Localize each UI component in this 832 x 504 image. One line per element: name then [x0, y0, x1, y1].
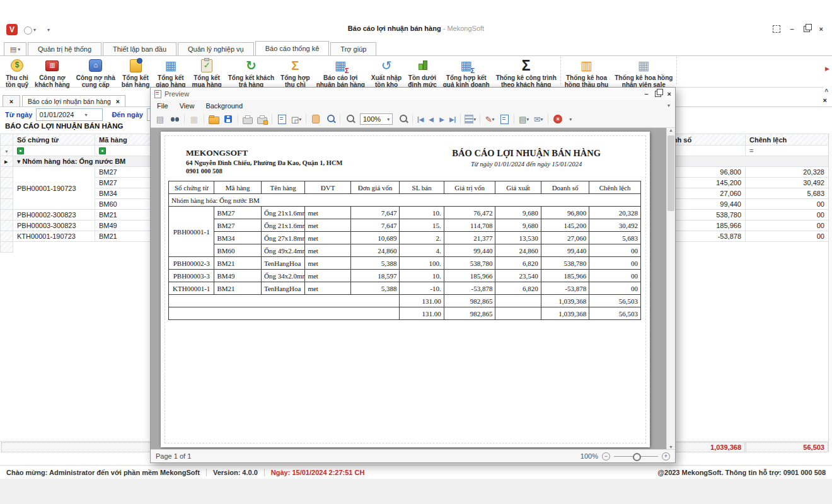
cell-chenh-lech[interactable]: 00	[746, 199, 829, 210]
preview-scrollbar[interactable]: ▲ ▼	[666, 128, 675, 449]
zoom-slider-track[interactable]	[614, 456, 658, 457]
ribbon-item-9[interactable]: ↺Xuất nhậptồn kho	[371, 57, 402, 88]
grid-row-4[interactable]: 538,78000	[656, 210, 829, 220]
exit-preview-icon[interactable]: ×	[552, 113, 564, 125]
preview-close-button[interactable]: ×	[667, 90, 671, 98]
cell-chenh-lech[interactable]: 30,492	[746, 178, 829, 188]
filter-type-icon[interactable]	[99, 147, 106, 154]
preview-title-bar[interactable]: Preview – ×	[151, 88, 675, 100]
watermark-icon[interactable]	[498, 113, 511, 125]
cell-chenh-lech[interactable]: 00	[746, 220, 829, 231]
open-file-icon[interactable]	[207, 113, 220, 125]
cell-chenh-lech[interactable]: 20,328	[746, 167, 829, 178]
equals-filter-icon[interactable]: =	[749, 147, 753, 154]
preview-menu-background[interactable]: Background	[205, 102, 243, 110]
summary-chenh-lech: 56,503	[746, 442, 828, 452]
zoom-out-icon[interactable]	[344, 113, 356, 125]
ribbon-item-0[interactable]: $Thu chitồn quỹ	[6, 57, 28, 88]
col-header-chenh-lech[interactable]: Chênh lệch	[746, 134, 829, 146]
menu-tab-4[interactable]: Trợ giúp	[330, 42, 376, 55]
page-setup-icon[interactable]: ▤	[154, 113, 166, 125]
grid-row-1[interactable]: 145,20030,492	[656, 178, 829, 188]
export-document-icon[interactable]: ▤▾	[517, 113, 530, 125]
cell-so-chung-tu[interactable]: PBH00003-300823	[13, 220, 95, 231]
filter-cell[interactable]	[13, 146, 95, 156]
cell-so-chung-tu[interactable]: PBH00001-190723	[13, 167, 95, 210]
filter-type-icon[interactable]	[17, 147, 24, 154]
menu-tab-1[interactable]: Thiết lập ban đầu	[103, 42, 176, 55]
ribbon-item-2[interactable]: ⌂Công nợ nhàcung cấp	[76, 57, 115, 88]
fit-screen-icon[interactable]	[773, 25, 780, 33]
page-color-icon[interactable]: ✎▾	[483, 113, 496, 125]
menu-tab-3[interactable]: Báo cáo thống kê	[255, 41, 330, 55]
document-tab[interactable]: Báo cáo lợi nhuận bán hàng ×	[22, 95, 125, 106]
scale-icon[interactable]: ◲▾	[290, 113, 303, 125]
restore-button[interactable]	[804, 26, 810, 32]
last-page-icon[interactable]: ▶|	[448, 113, 457, 125]
grid-row-6[interactable]: -53,87800	[656, 231, 829, 242]
ribbon-item-3[interactable]: Tổng kếtbán hàng	[122, 57, 149, 88]
results-grid-right[interactable]: Doanh sốChênh lệch=96,80020,328145,20030…	[656, 134, 829, 242]
grid-row-5[interactable]: 185,96600	[656, 220, 829, 231]
search-icon[interactable]	[168, 113, 181, 125]
ribbon-item-5[interactable]: ✓Tổng kếtmua hàng	[192, 57, 221, 88]
zoom-out-button[interactable]: −	[602, 452, 610, 461]
ribbon-item-14[interactable]: ▦Thống kê hoa hồngnhân viên sale	[615, 57, 673, 88]
menu-tab-2[interactable]: Quản lý nghiệp vụ	[178, 42, 254, 55]
scroll-up-icon[interactable]: ▲	[669, 128, 673, 132]
close-all-tabs-button[interactable]: ×	[3, 95, 20, 106]
preview-maximize-button[interactable]	[655, 91, 661, 97]
ribbon-item-7[interactable]: ΣTổng hợpthu chi	[280, 57, 310, 88]
zoom-slider-knob[interactable]	[633, 453, 641, 461]
menu-overflow-icon[interactable]: ▾	[667, 103, 670, 108]
hand-tool-icon[interactable]	[309, 113, 322, 125]
cell-so-chung-tu[interactable]: KTH00001-190723	[13, 231, 95, 242]
ribbon-item-6[interactable]: ↻Tổng kết kháchtrả hàng	[228, 57, 274, 88]
close-button[interactable]: ×	[819, 25, 823, 33]
grid-scrollbar[interactable]	[828, 134, 832, 452]
header-footer-icon[interactable]	[275, 113, 288, 125]
save-icon[interactable]	[222, 113, 234, 125]
ribbon-item-11[interactable]: ▦ΣTổng hợp kếtquả kinh doanh	[443, 57, 490, 88]
first-page-icon[interactable]: |◀	[416, 113, 425, 125]
ribbon-item-13[interactable]: ▥Thống kê hoahồng thầu phụ	[565, 57, 608, 88]
preview-menu-file[interactable]: File	[157, 102, 168, 110]
previous-page-icon[interactable]: ◀	[427, 113, 436, 125]
grid-row-3[interactable]: 99,44000	[656, 199, 829, 210]
print-icon[interactable]	[241, 113, 254, 125]
ribbon-item-label: Tổng kếtgiao hàng	[156, 74, 185, 88]
cell-so-chung-tu[interactable]: PBH00002-300823	[13, 210, 95, 220]
zoom-in-button[interactable]: +	[662, 452, 670, 461]
cell-chenh-lech[interactable]: 00	[746, 210, 829, 220]
cell-chenh-lech[interactable]: 00	[746, 231, 829, 242]
tab-close-icon[interactable]: ×	[116, 98, 120, 105]
scrollbar-thumb[interactable]	[667, 135, 674, 211]
minimize-button[interactable]: –	[790, 25, 794, 33]
grid-row-2[interactable]: 27,0605,683	[656, 188, 829, 199]
ribbon-item-10[interactable]: Tồn dướiđịnh mức	[408, 57, 437, 88]
ribbon-item-1[interactable]: ▥Công nợkhách hàng	[35, 57, 70, 88]
filter-cell[interactable]: =	[746, 146, 829, 156]
multiple-pages-icon[interactable]: ▾	[464, 113, 477, 125]
ribbon-minimize-button[interactable]: ▤ ▾	[4, 42, 26, 55]
magnifier-icon[interactable]	[324, 113, 337, 125]
ribbon-item-4[interactable]: ▦Tổng kếtgiao hàng	[156, 57, 185, 88]
filter-panel-close-icon[interactable]: ×	[823, 96, 827, 104]
preview-minimize-button[interactable]: –	[644, 90, 648, 98]
ribbon-item-12[interactable]: ΣThống kê công trìnhtheo khách hàng	[496, 57, 557, 88]
scroll-down-icon[interactable]: ▼	[669, 445, 673, 449]
toolbar-overflow-icon[interactable]: ▾	[566, 113, 575, 125]
col-header-so-chung-tu[interactable]: Số chứng từ	[13, 134, 95, 146]
cell-chenh-lech[interactable]: 5,683	[746, 188, 829, 199]
menu-tab-0[interactable]: Quản trị hệ thống	[28, 42, 101, 55]
send-email-icon[interactable]: ✉▾	[532, 113, 545, 125]
quick-print-icon[interactable]	[256, 113, 269, 125]
zoom-in-icon[interactable]	[396, 113, 409, 125]
zoom-combo[interactable]: 100% ▾	[360, 113, 393, 125]
from-date-input[interactable]: 01/01/2024 ▾	[36, 108, 103, 121]
next-page-icon[interactable]: ▶	[437, 113, 446, 125]
preview-menu-view[interactable]: View	[180, 102, 195, 110]
ribbon-overflow-icon[interactable]: ▶	[825, 66, 829, 72]
grid-row-0[interactable]: 96,80020,328	[656, 167, 829, 178]
ribbon-item-8[interactable]: ▦ΣBáo cáo lợinhuận bán hàng	[316, 57, 365, 88]
